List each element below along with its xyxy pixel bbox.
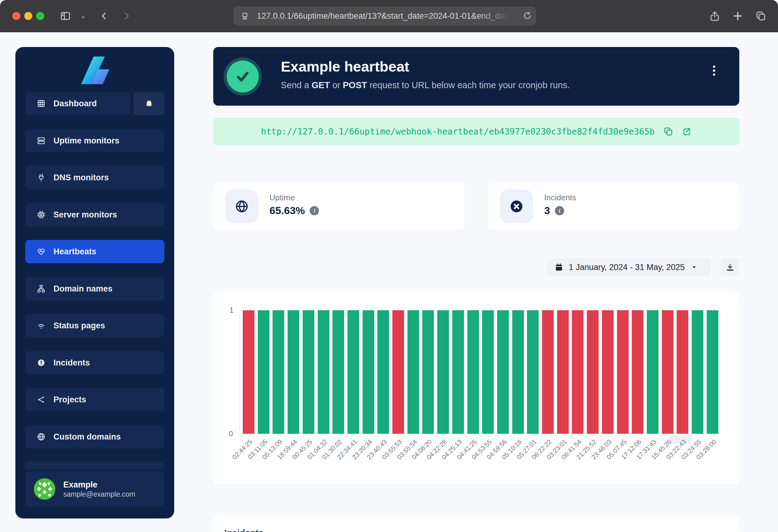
heartbeat-bar-up[interactable] (437, 310, 449, 434)
notifications-button[interactable] (133, 92, 164, 115)
heartbeat-bar-down[interactable] (542, 310, 554, 434)
server-icon (37, 137, 46, 145)
heartbeat-bar-down[interactable] (617, 310, 629, 434)
incidents-value: 3 (544, 204, 550, 216)
heartbeat-bar-up[interactable] (692, 310, 703, 434)
sidebar-toggle-icon[interactable] (60, 10, 71, 21)
sidebar-item-dashboard[interactable]: Dashboard (25, 92, 130, 115)
heartbeat-bar-down[interactable] (557, 310, 569, 434)
sidebar-item-label: Dashboard (54, 99, 97, 108)
heartbeat-bar-down[interactable] (392, 310, 404, 434)
sidebar-item-label: Heartbeats (54, 247, 96, 257)
heartbeat-bar-down[interactable] (243, 310, 254, 434)
sidebar-item-incidents[interactable]: Incidents (25, 351, 164, 374)
heartbeat-bar-up[interactable] (288, 310, 299, 434)
sidebar-item-dns-monitors[interactable]: DNS monitors (25, 166, 164, 189)
uptime-value: 65.63% (269, 204, 305, 216)
sidebar-item-domain-names[interactable]: Domain names (25, 277, 164, 300)
sidebar-item-label: Status pages (54, 321, 105, 331)
heartbeat-bar-up[interactable] (273, 310, 284, 434)
globe-glyph (235, 199, 249, 213)
uptime-info-icon[interactable]: i (310, 206, 319, 215)
incidents-section-title: Incidents (224, 528, 263, 532)
user-card[interactable]: Example sample@example.com (25, 471, 164, 507)
heartbeat-bar-up[interactable] (363, 310, 374, 434)
heartbeat-bar-up[interactable] (527, 310, 539, 434)
sidebar-item-partial[interactable] (25, 461, 164, 470)
calendar-icon (555, 263, 563, 272)
new-tab-button[interactable] (732, 10, 744, 22)
heartbeat-bar-down[interactable] (587, 310, 599, 434)
tab-overview-icon[interactable] (755, 10, 766, 21)
window-minimize-button[interactable] (24, 12, 32, 20)
heartbeat-bar-down[interactable] (572, 310, 584, 434)
heartbeat-header-card: Example heartbeat Send a GET or POST req… (213, 47, 739, 106)
external-link-icon[interactable] (682, 126, 692, 137)
sidebar-item-projects[interactable]: Projects (25, 388, 164, 411)
heartbeat-bar-up[interactable] (407, 310, 419, 434)
heartbeat-bar-up[interactable] (482, 310, 494, 434)
uptime-stat-card: Uptime 65.63% i (213, 182, 465, 230)
y-axis-line (239, 310, 240, 434)
heartbeat-bar-up[interactable] (452, 310, 464, 434)
window-close-button[interactable] (12, 12, 20, 20)
user-name: Example (63, 479, 135, 490)
back-button[interactable] (99, 11, 109, 21)
plug-icon (37, 173, 46, 182)
y-tick-0: 0 (219, 429, 233, 438)
page-title: Example heartbeat (281, 58, 409, 75)
sidebar-item-server-monitors[interactable]: Server monitors (25, 203, 164, 227)
heartbeat-bar-up[interactable] (497, 310, 509, 434)
wifi-icon (37, 321, 46, 330)
sidebar-item-label: DNS monitors (54, 173, 109, 182)
date-range-picker[interactable]: 1 January, 2024 - 31 May, 2025 (547, 258, 711, 276)
window-zoom-button[interactable] (36, 12, 44, 20)
heartbeat-bar-down[interactable] (677, 310, 688, 434)
heartbeat-bar-up[interactable] (467, 310, 479, 434)
x-axis-line (239, 434, 719, 434)
webhook-url[interactable]: http://127.0.0.1/66uptime/webhook-heartb… (261, 126, 654, 137)
heartbeat-bar-up[interactable] (332, 310, 344, 434)
heartbeat-bar-up[interactable] (707, 310, 718, 434)
heartbeat-bar-up[interactable] (512, 310, 524, 434)
download-icon (726, 263, 734, 272)
user-email: sample@example.com (63, 490, 135, 499)
grid-icon (37, 99, 46, 108)
sidebar-item-label: Custom domains (54, 432, 121, 442)
sidebar-item-label: Incidents (54, 358, 90, 368)
address-bar[interactable]: 127.0.0.1/66uptime/heartbeat/13?&start_d… (234, 6, 536, 25)
subtitle-text: or (330, 80, 343, 90)
heartbeat-bar-down[interactable] (662, 310, 674, 434)
incidents-stat-card: Incidents 3 i (488, 182, 739, 230)
stats-row: Uptime 65.63% i Incidents 3 i (213, 182, 739, 230)
chevron-down-icon[interactable] (80, 14, 87, 21)
copy-icon[interactable] (664, 126, 673, 137)
heartbeat-bar-up[interactable] (347, 310, 359, 434)
sidebar-item-uptime-monitors[interactable]: Uptime monitors (25, 129, 164, 152)
sidebar-item-heartbeats[interactable]: Heartbeats (25, 240, 164, 263)
heartbeat-bar-down[interactable] (602, 310, 614, 434)
heartbeat-bar-up[interactable] (258, 310, 269, 434)
kebab-menu-button[interactable] (707, 64, 721, 77)
subtitle-text: Send a (281, 80, 312, 90)
incidents-info-icon[interactable]: i (555, 206, 564, 215)
share-icon[interactable] (709, 10, 720, 21)
heartbeat-bar-down[interactable] (632, 310, 643, 434)
heart-pulse-icon (37, 247, 46, 256)
subtitle-text: request to URL below each time your cron… (367, 80, 570, 90)
circle-x-glyph (510, 199, 524, 213)
subtitle-post: POST (343, 80, 367, 90)
sidebar-item-status-pages[interactable]: Status pages (25, 314, 164, 337)
heartbeat-bar-up[interactable] (303, 310, 314, 434)
reload-button[interactable] (523, 11, 532, 20)
heartbeat-bar-up[interactable] (422, 310, 434, 434)
sidebar-item-custom-domains[interactable]: Custom domains (25, 425, 164, 448)
heartbeat-bar-up[interactable] (647, 310, 658, 434)
heartbeat-bar-up[interactable] (377, 310, 389, 434)
page-subtitle: Send a GET or POST request to URL below … (281, 80, 570, 90)
heartbeat-bar-up[interactable] (318, 310, 329, 434)
share-nodes-icon (37, 395, 46, 404)
app-logo[interactable] (15, 51, 174, 89)
download-button[interactable] (720, 258, 739, 276)
incidents-label: Incidents (544, 193, 576, 202)
